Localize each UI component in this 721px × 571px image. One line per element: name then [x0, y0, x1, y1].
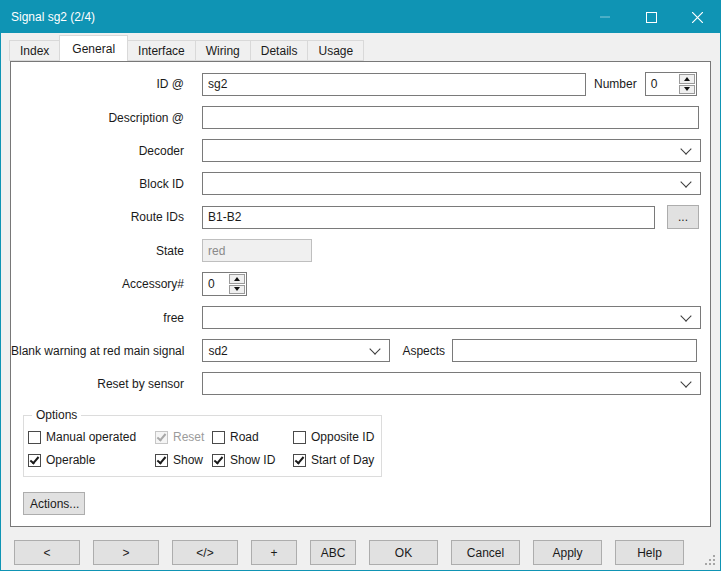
route-ids-label-text: Route IDs	[131, 210, 184, 224]
state-input	[202, 239, 312, 262]
blank-warning-label: Blank warning at red main signal	[11, 344, 202, 358]
resize-grip[interactable]	[705, 555, 716, 566]
tab-general[interactable]: General	[59, 35, 128, 61]
ok-button[interactable]: OK	[369, 540, 438, 565]
actions-button[interactable]: Actions...	[23, 492, 85, 515]
minimize-button[interactable]	[582, 1, 628, 33]
route-ids-browse-button[interactable]: ...	[667, 205, 699, 229]
accessory-spin-up-button[interactable]	[229, 274, 245, 284]
block-id-label-text: Block ID	[139, 177, 184, 191]
description-input[interactable]	[202, 106, 699, 129]
number-spin-up-button[interactable]	[679, 74, 695, 84]
arrow-up-icon	[234, 277, 240, 281]
number-spinner-value: 0	[646, 73, 678, 95]
minimize-icon	[600, 16, 610, 18]
route-ids-label: Route IDs	[11, 210, 202, 224]
checkbox-start-of-day[interactable]: Start of Day	[293, 453, 381, 467]
id-input[interactable]	[202, 73, 586, 96]
blank-warning-row: Blank warning at red main signal sd2 Asp…	[11, 339, 710, 362]
checkbox-box	[28, 454, 41, 467]
options-checkbox-grid: Manual operated Reset Road Opposite ID O…	[24, 416, 381, 467]
chevron-down-icon	[680, 176, 691, 187]
check-icon	[214, 454, 224, 464]
checkbox-operable[interactable]: Operable	[28, 453, 155, 467]
checkbox-label: Show	[173, 453, 203, 467]
number-spin-down-button[interactable]	[679, 85, 695, 95]
checkbox-label: Reset	[173, 430, 204, 444]
check-icon	[157, 431, 167, 441]
maximize-button[interactable]	[628, 1, 674, 33]
add-button[interactable]: +	[251, 540, 297, 565]
checkbox-box	[212, 431, 225, 444]
checkbox-label: Road	[230, 430, 259, 444]
chevron-down-icon	[680, 376, 691, 387]
decoder-combobox[interactable]	[202, 139, 701, 162]
checkbox-label: Start of Day	[311, 453, 374, 467]
check-icon	[157, 454, 167, 464]
nav-next-button[interactable]: >	[93, 540, 159, 565]
checkbox-show[interactable]: Show	[155, 453, 212, 467]
checkbox-opposite-id[interactable]: Opposite ID	[293, 430, 381, 444]
decoder-label-text: Decoder	[139, 144, 184, 158]
state-label-text: State	[156, 244, 184, 258]
checkbox-road[interactable]: Road	[212, 430, 293, 444]
checkbox-box	[155, 454, 168, 467]
tab-interface[interactable]: Interface	[127, 40, 196, 61]
tab-bar: Index General Interface Wiring Details U…	[1, 33, 720, 61]
blank-warning-combobox[interactable]: sd2	[202, 339, 390, 362]
checkbox-label: Opposite ID	[311, 430, 374, 444]
cancel-button[interactable]: Cancel	[451, 540, 520, 565]
id-label: ID @	[11, 77, 202, 91]
options-legend: Options	[32, 408, 81, 422]
block-id-row: Block ID	[11, 172, 710, 195]
accessory-spinner-value: 0	[203, 273, 228, 295]
checkbox-box	[293, 454, 306, 467]
tab-usage[interactable]: Usage	[307, 40, 364, 61]
checkbox-label: Operable	[46, 453, 95, 467]
xml-button[interactable]: </>	[172, 540, 238, 565]
footer-button-bar: < > </> + ABC OK Cancel Apply Help	[1, 540, 720, 565]
reset-by-sensor-row: Reset by sensor	[11, 372, 710, 395]
tab-wiring[interactable]: Wiring	[195, 40, 251, 61]
accessory-label-text: Accessory#	[122, 277, 184, 291]
accessory-spinner-buttons	[228, 273, 246, 295]
accessory-spinner[interactable]: 0	[202, 272, 247, 296]
tab-details[interactable]: Details	[250, 40, 309, 61]
apply-button[interactable]: Apply	[533, 540, 602, 565]
checkbox-reset: Reset	[155, 430, 212, 444]
blank-warning-value: sd2	[208, 344, 227, 358]
reset-by-sensor-combobox[interactable]	[202, 372, 701, 395]
help-button[interactable]: Help	[615, 540, 684, 565]
nav-prev-button[interactable]: <	[14, 540, 80, 565]
close-button[interactable]	[674, 1, 720, 33]
description-row: Description @	[11, 106, 710, 129]
free-label-text: free	[163, 311, 184, 325]
close-icon	[692, 12, 703, 23]
chevron-down-icon	[680, 310, 691, 321]
aspects-input[interactable]	[452, 339, 697, 362]
checkbox-box	[28, 431, 41, 444]
block-id-combobox[interactable]	[202, 172, 701, 195]
free-combobox[interactable]	[202, 306, 701, 329]
number-spinner[interactable]: 0	[645, 72, 697, 96]
checkbox-box	[293, 431, 306, 444]
titlebar[interactable]: Signal sg2 (2/4)	[1, 1, 720, 33]
abc-button[interactable]: ABC	[310, 540, 356, 565]
check-icon	[30, 454, 40, 464]
block-id-label: Block ID	[11, 177, 202, 191]
state-row: State	[11, 239, 710, 262]
maximize-icon	[646, 12, 657, 23]
arrow-down-icon	[684, 87, 690, 91]
tab-index[interactable]: Index	[9, 40, 60, 61]
description-label: Description @	[11, 111, 202, 125]
accessory-spin-down-button[interactable]	[229, 285, 245, 295]
route-ids-input[interactable]	[202, 206, 655, 229]
checkbox-manual-operated[interactable]: Manual operated	[28, 430, 155, 444]
aspects-label: Aspects	[402, 344, 445, 358]
checkbox-show-id[interactable]: Show ID	[212, 453, 293, 467]
number-spinner-buttons	[678, 73, 696, 95]
blank-warning-label-text: Blank warning at red main signal	[11, 344, 184, 358]
arrow-up-icon	[684, 77, 690, 81]
options-groupbox: Options Manual operated Reset Road Oppos…	[23, 415, 382, 477]
signal-properties-dialog: Signal sg2 (2/4) Index General Interface…	[0, 0, 721, 571]
